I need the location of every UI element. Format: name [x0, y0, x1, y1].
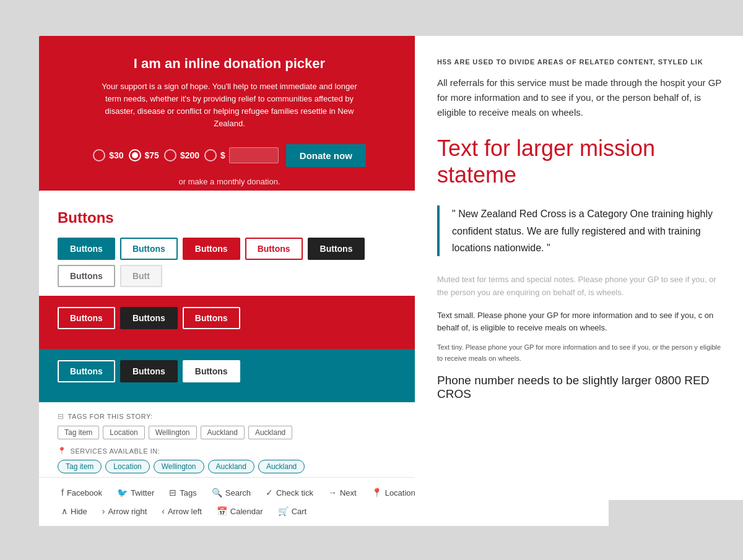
btn-red-on-red[interactable]: Buttons: [183, 307, 240, 329]
tag-item[interactable]: Tag item: [58, 426, 99, 439]
button-row-1: Buttons Buttons Buttons Buttons Buttons …: [58, 238, 401, 287]
phone-text: Phone number needs to be slightly larger…: [437, 374, 723, 401]
button-row-red: Buttons Buttons Buttons: [58, 307, 401, 329]
pin-icon: 📍: [58, 447, 67, 455]
red-button-band: Buttons Buttons Buttons: [39, 296, 420, 349]
hide-icon: ∧: [61, 506, 67, 516]
service-tag-auckland-1[interactable]: Auckland: [208, 460, 254, 473]
twitter-icon: 🐦: [117, 488, 128, 498]
btn-gray-partial[interactable]: Butt: [120, 265, 162, 287]
btn-black-on-red[interactable]: Buttons: [120, 307, 178, 329]
mission-text: Text for larger mission stateme: [437, 135, 723, 188]
button-row-teal: Buttons Buttons Buttons: [58, 360, 401, 382]
check-tick-icon: ✓: [266, 488, 273, 498]
radio-30: [93, 149, 105, 162]
icon-search[interactable]: 🔍 Search: [204, 485, 258, 500]
icon-twitter[interactable]: 🐦 Twitter: [110, 485, 162, 500]
btn-black-on-teal[interactable]: Buttons: [120, 360, 178, 382]
amount-30[interactable]: $30: [93, 149, 123, 162]
icon-arrow-right[interactable]: › Arrow right: [95, 504, 155, 519]
tag-group: Tag item Location Wellington Auckland Au…: [58, 426, 401, 439]
icon-next[interactable]: → Next: [321, 485, 364, 500]
icon-check-tick[interactable]: ✓ Check tick: [258, 485, 321, 500]
radio-custom: [204, 149, 217, 162]
donate-now-button[interactable]: Donate now: [286, 144, 366, 167]
radio-75: [129, 149, 141, 162]
search-icon: 🔍: [212, 488, 222, 498]
icon-hide[interactable]: ∧ Hide: [54, 504, 95, 519]
donation-options: $30 $75 $200 $ Donate now: [64, 144, 395, 167]
next-icon: →: [328, 488, 337, 498]
icon-cart[interactable]: 🛒 Cart: [271, 504, 315, 519]
radio-200: [164, 149, 176, 162]
amount-200[interactable]: $200: [164, 149, 199, 162]
donation-title: I am an inline donation picker: [64, 56, 395, 72]
service-tag-location[interactable]: Location: [105, 460, 149, 473]
btn-white-outline-on-red[interactable]: Buttons: [58, 307, 115, 329]
btn-black-solid[interactable]: Buttons: [308, 238, 365, 260]
btn-teal-outline[interactable]: Buttons: [120, 238, 178, 260]
btn-red-outline[interactable]: Buttons: [245, 238, 303, 260]
buttons-panel: Buttons Buttons Buttons Buttons Buttons …: [39, 191, 420, 482]
tags-icon: ⊟: [169, 488, 176, 498]
text-small: Text small. Please phone your GP for mor…: [437, 309, 723, 335]
blockquote-text: " New Zealand Red Cross is a Category On…: [452, 205, 723, 256]
tag-wellington[interactable]: Wellington: [149, 426, 197, 439]
icon-tags[interactable]: ⊟ Tags: [162, 485, 204, 500]
calendar-icon: 📅: [217, 506, 227, 516]
custom-amount-input[interactable]: [229, 147, 279, 163]
text-tiny: Text tiny. Please phone your GP for more…: [437, 342, 723, 364]
cart-icon: 🛒: [278, 506, 289, 516]
amount-75[interactable]: $75: [129, 149, 159, 162]
body-text: All referrals for this service must be m…: [437, 75, 723, 120]
teal-button-band: Buttons Buttons Buttons: [39, 349, 420, 402]
right-panel: H5S ARE USED TO DIVIDE AREAS OF RELATED …: [415, 36, 743, 500]
btn-white-outline-on-teal[interactable]: Buttons: [58, 360, 115, 382]
service-tag-auckland-2[interactable]: Auckland: [258, 460, 305, 473]
tag-location[interactable]: Location: [103, 426, 144, 439]
icon-calendar[interactable]: 📅 Calendar: [209, 504, 271, 519]
muted-text: Muted text for terms and special notes. …: [437, 274, 723, 299]
donation-description: Your support is a sign of hope. You'll h…: [93, 80, 366, 131]
amount-custom[interactable]: $: [204, 147, 279, 163]
tags-label: ⊟ TAGS FOR THIS STORY:: [58, 412, 401, 421]
arrow-right-icon: ›: [102, 506, 105, 516]
btn-red-solid[interactable]: Buttons: [183, 238, 240, 260]
btn-black-outline[interactable]: Buttons: [58, 265, 115, 287]
service-tag-group: Tag item Location Wellington Auckland Au…: [58, 460, 401, 473]
location-icon: 📍: [372, 488, 382, 498]
buttons-section-title: Buttons: [58, 209, 401, 226]
h5-label: H5S ARE USED TO DIVIDE AREAS OF RELATED …: [437, 58, 723, 66]
arrow-left-icon: ‹: [162, 506, 165, 516]
facebook-icon: f: [61, 488, 64, 498]
icon-facebook[interactable]: f Facebook: [54, 485, 110, 500]
tag-auckland-2[interactable]: Auckland: [248, 426, 292, 439]
blockquote: " New Zealand Red Cross is a Category On…: [437, 205, 723, 256]
service-tag-wellington[interactable]: Wellington: [154, 460, 204, 473]
tag-auckland-1[interactable]: Auckland: [201, 426, 245, 439]
tags-icon: ⊟: [58, 412, 64, 421]
service-tag-item[interactable]: Tag item: [58, 460, 102, 473]
monthly-donation-text: or make a monthly donation.: [64, 177, 395, 186]
donation-picker-panel: I am an inline donation picker Your supp…: [39, 36, 420, 204]
tags-section: ⊟ TAGS FOR THIS STORY: Tag item Location…: [58, 402, 401, 482]
btn-white-on-teal[interactable]: Buttons: [183, 360, 240, 382]
icon-location[interactable]: 📍 Location: [364, 485, 423, 500]
services-label: 📍 SERVICES AVAILABLE IN:: [58, 447, 401, 455]
icon-arrow-left[interactable]: ‹ Arrow left: [154, 504, 209, 519]
btn-teal-solid[interactable]: Buttons: [58, 238, 115, 260]
